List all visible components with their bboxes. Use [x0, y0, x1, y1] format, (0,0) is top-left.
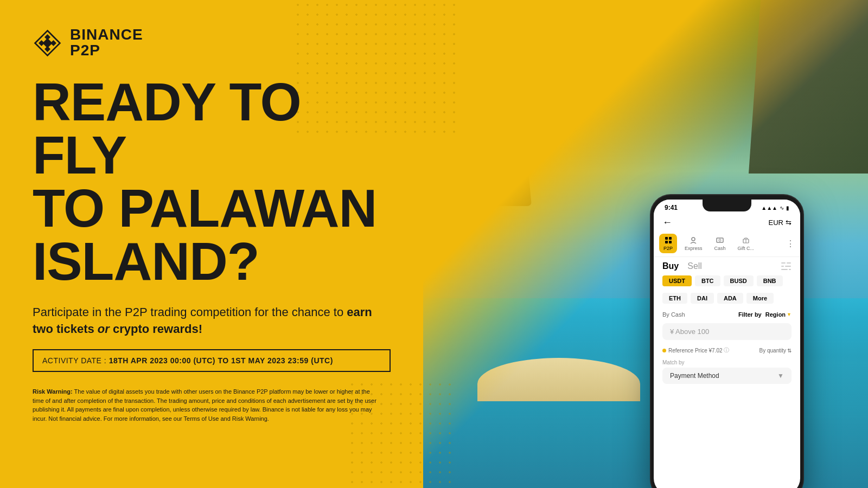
- status-icons: ▲▲▲ ∿ ▮: [761, 205, 789, 211]
- chip-busd[interactable]: BUSD: [724, 275, 754, 286]
- tab-cash[interactable]: Cash: [710, 234, 730, 253]
- amount-input-box[interactable]: ¥ Above 100: [662, 323, 792, 340]
- tab-navigation: P2P Express Cash: [654, 230, 800, 257]
- svg-marker-3: [50, 40, 56, 46]
- svg-rect-7: [669, 237, 672, 240]
- headline-line3: ISLAND?: [33, 232, 259, 291]
- filter-icon[interactable]: [781, 262, 792, 271]
- sell-tab[interactable]: Sell: [687, 261, 702, 271]
- status-time: 9:41: [665, 204, 678, 211]
- subheadline: Participate in the P2P trading competiti…: [33, 304, 380, 338]
- payment-method-box[interactable]: Payment Method ▼: [662, 368, 792, 384]
- cliff-left: [434, 0, 532, 206]
- currency-switch-icon: ⇆: [786, 219, 792, 227]
- cliff-right: [749, 0, 868, 174]
- app-header: ← EUR ⇆: [654, 214, 800, 230]
- svg-rect-17: [781, 266, 784, 267]
- main-container: BINANCE P2P READY TO FLY TO PALAWAN ISLA…: [0, 0, 868, 488]
- chip-dai[interactable]: DAI: [691, 293, 714, 304]
- chip-more[interactable]: More: [746, 293, 774, 304]
- chip-bnb[interactable]: BNB: [757, 275, 783, 286]
- gift-icon: [742, 236, 750, 245]
- cash-icon: [716, 236, 724, 245]
- phone-notch: [703, 200, 751, 211]
- svg-rect-20: [789, 269, 791, 270]
- activity-date: 18TH APR 2023 00:00 (UTC) TO 1ST MAY 202…: [109, 356, 333, 365]
- back-arrow-icon[interactable]: ←: [662, 217, 672, 228]
- by-quantity-label: By quantity: [760, 348, 786, 354]
- tab-gift[interactable]: Gift C...: [733, 234, 759, 253]
- binance-logo-icon: [33, 28, 62, 58]
- ref-price-text: Reference Price ¥7.02: [668, 348, 723, 354]
- headline-line1: READY TO FLY: [33, 72, 301, 185]
- svg-marker-4: [44, 34, 50, 40]
- svg-point-10: [692, 237, 695, 241]
- chip-eth[interactable]: ETH: [662, 293, 687, 304]
- tab-gift-label: Gift C...: [738, 246, 755, 251]
- ref-price-info-icon: ⓘ: [724, 346, 729, 354]
- svg-rect-11: [717, 238, 723, 242]
- tab-express[interactable]: Express: [680, 234, 707, 253]
- svg-rect-9: [669, 241, 672, 243]
- svg-marker-5: [44, 46, 50, 52]
- filter-by-text: Filter by: [738, 311, 762, 318]
- tab-p2p[interactable]: P2P: [659, 234, 677, 253]
- activity-date-box: ACTIVITY DATE : 18TH APR 2023 00:00 (UTC…: [33, 349, 391, 372]
- ref-price-row: Reference Price ¥7.02 ⓘ By quantity ⇅: [654, 344, 800, 357]
- amount-input-row: ¥ Above 100: [654, 321, 800, 344]
- svg-rect-18: [785, 266, 791, 267]
- match-label: Match by: [662, 359, 792, 365]
- p2p-icon: [664, 236, 673, 245]
- chip-usdt[interactable]: USDT: [662, 275, 692, 286]
- currency-selector[interactable]: EUR ⇆: [769, 219, 792, 227]
- tab-p2p-label: P2P: [663, 246, 673, 251]
- binance-brand-name: BINANCE: [70, 27, 143, 42]
- by-cash-label: By Cash: [662, 311, 685, 318]
- subheadline-italic: or: [94, 322, 113, 336]
- activity-label: ACTIVITY DATE :: [42, 356, 109, 365]
- payment-chevron-icon: ▼: [777, 372, 784, 380]
- logo-text-group: BINANCE P2P: [70, 27, 143, 59]
- tab-express-label: Express: [685, 246, 703, 251]
- svg-rect-15: [781, 262, 786, 264]
- svg-marker-2: [39, 40, 44, 46]
- svg-rect-19: [781, 269, 788, 270]
- right-section: 9:41 ▲▲▲ ∿ ▮ ← EUR ⇆: [423, 0, 868, 488]
- amount-placeholder: ¥ Above 100: [670, 328, 709, 336]
- subheadline-part1: Participate in the P2P trading competiti…: [33, 305, 347, 319]
- risk-title: Risk Warning:: [33, 388, 74, 395]
- main-headline: READY TO FLY TO PALAWAN ISLAND?: [33, 75, 391, 288]
- ref-price-label: Reference Price ¥7.02 ⓘ: [662, 346, 729, 354]
- activity-date-text: ACTIVITY DATE : 18TH APR 2023 00:00 (UTC…: [42, 356, 333, 365]
- svg-rect-16: [787, 262, 791, 264]
- signal-icon: ▲▲▲: [761, 205, 777, 211]
- phone-body: 9:41 ▲▲▲ ∿ ▮ ← EUR ⇆: [651, 195, 803, 488]
- buy-tab[interactable]: Buy: [662, 261, 679, 271]
- express-icon: [689, 236, 698, 245]
- svg-rect-8: [665, 241, 668, 243]
- p2p-brand-label: P2P: [70, 42, 143, 59]
- logo-container: BINANCE P2P: [33, 27, 391, 59]
- sort-icon: ⇅: [787, 348, 792, 354]
- match-row: Match by Payment Method ▼: [654, 357, 800, 386]
- tab-more-icon[interactable]: ⋮: [786, 239, 795, 249]
- chip-btc[interactable]: BTC: [695, 275, 720, 286]
- crypto-row-1: USDT BTC BUSD BNB: [654, 273, 800, 291]
- tab-cash-label: Cash: [714, 246, 726, 251]
- risk-warning: Risk Warning: The value of digital asset…: [33, 387, 380, 423]
- payment-method-label: Payment Method: [670, 372, 719, 380]
- filter-triangle-icon: ▼: [787, 312, 792, 317]
- currency-label: EUR: [769, 219, 783, 227]
- subheadline-bold2: crypto rewards!: [113, 322, 202, 336]
- chip-ada[interactable]: ADA: [717, 293, 743, 304]
- wifi-icon: ∿: [780, 205, 784, 211]
- region-label: Region: [765, 311, 786, 318]
- svg-point-12: [719, 239, 721, 241]
- phone-mockup: 9:41 ▲▲▲ ∿ ▮ ← EUR ⇆: [651, 195, 803, 488]
- battery-icon: ▮: [786, 205, 789, 211]
- crypto-row-2: ETH DAI ADA More: [654, 291, 800, 308]
- filter-row: By Cash Filter by Region ▼: [654, 308, 800, 321]
- headline-line2: TO PALAWAN: [33, 178, 376, 238]
- filter-region[interactable]: Filter by Region ▼: [738, 311, 792, 318]
- by-quantity[interactable]: By quantity ⇅: [760, 348, 792, 354]
